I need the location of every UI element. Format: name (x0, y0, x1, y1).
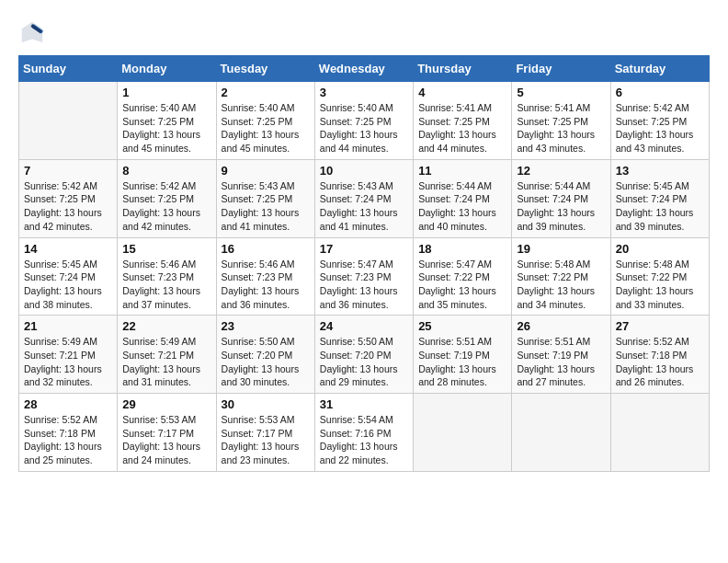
calendar-cell: 18Sunrise: 5:47 AMSunset: 7:22 PMDayligh… (414, 237, 512, 316)
calendar-cell (610, 394, 709, 472)
calendar-cell: 27Sunrise: 5:52 AMSunset: 7:18 PMDayligh… (610, 316, 709, 394)
calendar-cell: 26Sunrise: 5:51 AMSunset: 7:19 PMDayligh… (512, 316, 610, 394)
calendar-cell (414, 394, 512, 472)
calendar-cell: 8Sunrise: 5:42 AMSunset: 7:25 PMDaylight… (118, 159, 216, 237)
day-number: 26 (517, 319, 605, 333)
column-header-wednesday: Wednesday (314, 56, 413, 82)
day-info: Sunrise: 5:48 AMSunset: 7:22 PMDaylight:… (616, 258, 704, 312)
calendar-cell: 28Sunrise: 5:52 AMSunset: 7:18 PMDayligh… (19, 394, 118, 472)
calendar-table: SundayMondayTuesdayWednesdayThursdayFrid… (18, 55, 710, 472)
calendar-cell: 30Sunrise: 5:53 AMSunset: 7:17 PMDayligh… (216, 394, 314, 472)
day-number: 30 (222, 397, 310, 411)
day-number: 13 (616, 164, 704, 178)
calendar-cell: 4Sunrise: 5:41 AMSunset: 7:25 PMDaylight… (414, 82, 512, 160)
day-info: Sunrise: 5:43 AMSunset: 7:24 PMDaylight:… (320, 179, 408, 234)
column-header-friday: Friday (512, 56, 610, 82)
day-number: 19 (517, 242, 605, 256)
calendar-cell (19, 82, 118, 160)
day-info: Sunrise: 5:53 AMSunset: 7:17 PMDaylight:… (122, 413, 210, 467)
logo (18, 18, 50, 46)
day-info: Sunrise: 5:49 AMSunset: 7:21 PMDaylight:… (122, 335, 210, 389)
day-number: 16 (222, 242, 310, 256)
day-info: Sunrise: 5:51 AMSunset: 7:19 PMDaylight:… (517, 335, 605, 389)
day-number: 3 (320, 86, 408, 99)
calendar-cell: 24Sunrise: 5:50 AMSunset: 7:20 PMDayligh… (314, 316, 413, 394)
day-info: Sunrise: 5:42 AMSunset: 7:25 PMDaylight:… (616, 101, 704, 155)
day-number: 11 (418, 164, 506, 178)
day-info: Sunrise: 5:45 AMSunset: 7:24 PMDaylight:… (24, 258, 112, 312)
calendar-cell: 29Sunrise: 5:53 AMSunset: 7:17 PMDayligh… (118, 394, 216, 472)
page-header (18, 18, 710, 46)
calendar-cell: 11Sunrise: 5:44 AMSunset: 7:24 PMDayligh… (414, 159, 512, 237)
day-info: Sunrise: 5:51 AMSunset: 7:19 PMDaylight:… (418, 335, 506, 389)
day-info: Sunrise: 5:42 AMSunset: 7:25 PMDaylight:… (122, 179, 210, 234)
day-number: 14 (24, 242, 112, 256)
calendar-cell: 12Sunrise: 5:44 AMSunset: 7:24 PMDayligh… (512, 159, 610, 237)
calendar-cell: 9Sunrise: 5:43 AMSunset: 7:25 PMDaylight… (216, 159, 314, 237)
day-info: Sunrise: 5:44 AMSunset: 7:24 PMDaylight:… (418, 179, 506, 234)
day-info: Sunrise: 5:52 AMSunset: 7:18 PMDaylight:… (616, 335, 704, 389)
day-info: Sunrise: 5:52 AMSunset: 7:18 PMDaylight:… (24, 413, 112, 467)
day-number: 9 (222, 164, 310, 178)
day-number: 28 (24, 397, 112, 411)
day-number: 17 (320, 242, 408, 256)
day-number: 10 (320, 164, 408, 178)
column-header-saturday: Saturday (610, 56, 709, 82)
calendar-cell: 21Sunrise: 5:49 AMSunset: 7:21 PMDayligh… (19, 316, 118, 394)
day-number: 27 (616, 319, 704, 333)
calendar-week-row: 7Sunrise: 5:42 AMSunset: 7:25 PMDaylight… (19, 159, 710, 237)
calendar-cell: 6Sunrise: 5:42 AMSunset: 7:25 PMDaylight… (610, 82, 709, 160)
day-number: 15 (122, 242, 210, 256)
calendar-cell: 31Sunrise: 5:54 AMSunset: 7:16 PMDayligh… (314, 394, 413, 472)
calendar-cell: 17Sunrise: 5:47 AMSunset: 7:23 PMDayligh… (314, 237, 413, 316)
calendar-cell: 16Sunrise: 5:46 AMSunset: 7:23 PMDayligh… (216, 237, 314, 316)
calendar-cell: 14Sunrise: 5:45 AMSunset: 7:24 PMDayligh… (19, 237, 118, 316)
day-info: Sunrise: 5:43 AMSunset: 7:25 PMDaylight:… (222, 179, 310, 234)
calendar-week-row: 21Sunrise: 5:49 AMSunset: 7:21 PMDayligh… (19, 316, 710, 394)
calendar-cell: 19Sunrise: 5:48 AMSunset: 7:22 PMDayligh… (512, 237, 610, 316)
day-info: Sunrise: 5:47 AMSunset: 7:22 PMDaylight:… (418, 258, 506, 312)
calendar-week-row: 28Sunrise: 5:52 AMSunset: 7:18 PMDayligh… (19, 394, 710, 472)
day-info: Sunrise: 5:41 AMSunset: 7:25 PMDaylight:… (517, 101, 605, 155)
calendar-cell: 25Sunrise: 5:51 AMSunset: 7:19 PMDayligh… (414, 316, 512, 394)
calendar-cell: 3Sunrise: 5:40 AMSunset: 7:25 PMDaylight… (314, 82, 413, 160)
day-number: 1 (122, 86, 210, 99)
calendar-week-row: 14Sunrise: 5:45 AMSunset: 7:24 PMDayligh… (19, 237, 710, 316)
calendar-cell: 13Sunrise: 5:45 AMSunset: 7:24 PMDayligh… (610, 159, 709, 237)
day-number: 22 (122, 319, 210, 333)
column-header-thursday: Thursday (414, 56, 512, 82)
column-header-tuesday: Tuesday (216, 56, 314, 82)
day-info: Sunrise: 5:48 AMSunset: 7:22 PMDaylight:… (517, 258, 605, 312)
calendar-cell: 22Sunrise: 5:49 AMSunset: 7:21 PMDayligh… (118, 316, 216, 394)
day-number: 4 (418, 86, 506, 99)
calendar-cell: 20Sunrise: 5:48 AMSunset: 7:22 PMDayligh… (610, 237, 709, 316)
day-info: Sunrise: 5:50 AMSunset: 7:20 PMDaylight:… (320, 335, 408, 389)
day-number: 2 (222, 86, 310, 99)
day-info: Sunrise: 5:49 AMSunset: 7:21 PMDaylight:… (24, 335, 112, 389)
day-info: Sunrise: 5:40 AMSunset: 7:25 PMDaylight:… (122, 101, 210, 155)
day-info: Sunrise: 5:40 AMSunset: 7:25 PMDaylight:… (320, 101, 408, 155)
day-number: 23 (222, 319, 310, 333)
day-number: 5 (517, 86, 605, 99)
column-header-sunday: Sunday (19, 56, 118, 82)
day-info: Sunrise: 5:53 AMSunset: 7:17 PMDaylight:… (222, 413, 310, 467)
day-number: 7 (24, 164, 112, 178)
calendar-cell: 1Sunrise: 5:40 AMSunset: 7:25 PMDaylight… (118, 82, 216, 160)
calendar-header-row: SundayMondayTuesdayWednesdayThursdayFrid… (19, 56, 710, 82)
day-number: 29 (122, 397, 210, 411)
day-number: 18 (418, 242, 506, 256)
calendar-cell (512, 394, 610, 472)
day-info: Sunrise: 5:46 AMSunset: 7:23 PMDaylight:… (122, 258, 210, 312)
day-number: 8 (122, 164, 210, 178)
day-info: Sunrise: 5:42 AMSunset: 7:25 PMDaylight:… (24, 179, 112, 234)
calendar-cell: 15Sunrise: 5:46 AMSunset: 7:23 PMDayligh… (118, 237, 216, 316)
day-info: Sunrise: 5:41 AMSunset: 7:25 PMDaylight:… (418, 101, 506, 155)
day-info: Sunrise: 5:44 AMSunset: 7:24 PMDaylight:… (517, 179, 605, 234)
calendar-cell: 2Sunrise: 5:40 AMSunset: 7:25 PMDaylight… (216, 82, 314, 160)
calendar-week-row: 1Sunrise: 5:40 AMSunset: 7:25 PMDaylight… (19, 82, 710, 160)
day-info: Sunrise: 5:40 AMSunset: 7:25 PMDaylight:… (222, 101, 310, 155)
day-number: 12 (517, 164, 605, 178)
day-number: 20 (616, 242, 704, 256)
day-info: Sunrise: 5:54 AMSunset: 7:16 PMDaylight:… (320, 413, 408, 467)
column-header-monday: Monday (118, 56, 216, 82)
